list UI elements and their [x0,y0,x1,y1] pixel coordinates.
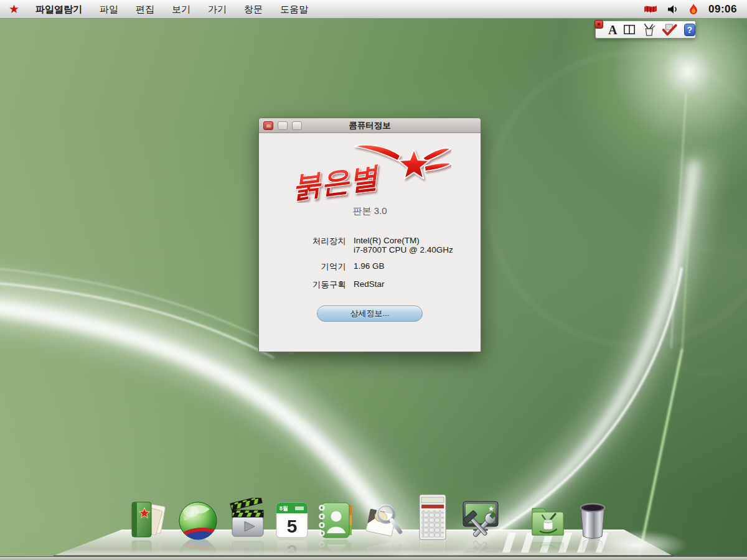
dock: 8월 5 [0,497,747,544]
menu-help[interactable]: 도움말 [271,0,317,19]
columns-tool-icon[interactable] [624,24,635,35]
window-title: 콤퓨터정보 [259,120,481,131]
version-label: 판본 3.0 [352,205,387,217]
pen-cup-tool-icon[interactable] [642,23,656,37]
detail-info-button[interactable]: 상세정보... [317,306,423,322]
logo-text: 붉은별 [291,160,382,203]
desktop-floor-strip [0,556,747,560]
info-label-processor: 처리장치 [259,236,346,254]
torch-icon[interactable] [688,4,698,15]
volume-icon[interactable] [667,4,679,14]
window-body: 붉은별 판본 3.0 처리장치 Intel(R) Core(TM) i7-870… [259,133,481,322]
web-browser-icon[interactable] [177,498,218,541]
floating-toolbar: A ? [595,21,696,39]
calendar-month: 8월 [280,505,288,511]
menu-edit[interactable]: 편집 [127,0,163,19]
computer-info-window: 콤퓨터정보 붉은별 판본 3.0 처리장치 [258,118,481,352]
utilities-folder-icon[interactable] [527,498,568,541]
trash-icon[interactable] [572,498,613,541]
menu-file-browser[interactable]: 파일열람기 [27,0,91,19]
menu-file[interactable]: 파일 [91,0,127,19]
red-star-logo: 붉은별 [288,141,451,203]
menu-bar: ★ 파일열람기 파일 편집 보기 가기 창문 도움말 09:06 [0,0,747,19]
toolbar-close-chip-icon[interactable] [594,20,603,29]
text-tool-icon[interactable]: A [608,24,617,36]
calendar-day: 5 [287,516,298,536]
menu-go[interactable]: 가기 [199,0,235,19]
korean-flag-input-icon[interactable] [644,4,657,14]
file-manager-icon[interactable] [127,498,168,541]
media-player-icon[interactable] [227,498,268,541]
dock-front-edge [54,555,674,556]
info-value-processor: Intel(R) Core(TM) i7-8700T CPU @ 2.40GHz [354,236,481,254]
system-settings-icon[interactable] [460,498,501,541]
calculator-icon[interactable] [412,493,453,541]
info-label-boot-partition: 기동구획 [259,279,346,291]
address-book-icon[interactable] [316,498,357,541]
help-tool-icon[interactable]: ? [684,24,695,36]
info-value-boot-partition: RedStar [354,279,481,291]
search-icon[interactable] [363,498,404,541]
system-info-table: 처리장치 Intel(R) Core(TM) i7-8700T CPU @ 2.… [259,236,481,291]
window-titlebar[interactable]: 콤퓨터정보 [259,118,481,133]
menu-view[interactable]: 보기 [163,0,199,19]
info-value-memory: 1.96 GB [354,261,481,273]
check-tool-icon[interactable] [662,23,677,37]
red-star-menu-icon[interactable]: ★ [0,0,27,19]
info-label-memory: 기억기 [259,261,346,273]
menu-window[interactable]: 창문 [235,0,271,19]
calendar-icon[interactable]: 8월 5 [271,498,312,541]
menubar-clock[interactable]: 09:06 [708,3,737,16]
